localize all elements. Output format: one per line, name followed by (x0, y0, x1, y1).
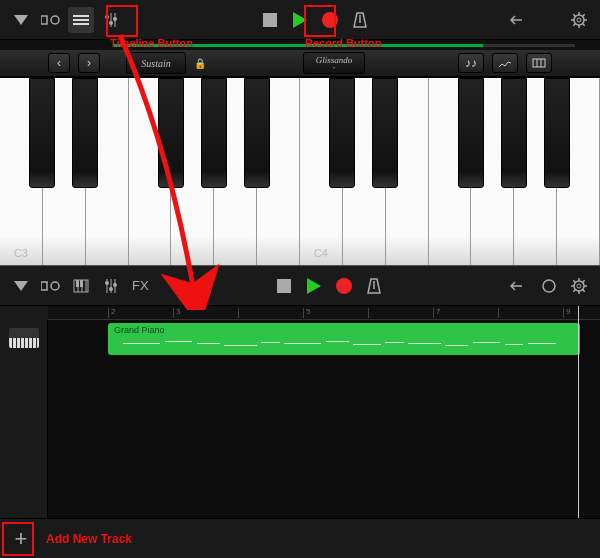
octave-down-button[interactable]: ‹ (48, 53, 70, 73)
metronome-icon[interactable] (361, 273, 387, 299)
undo-icon[interactable] (506, 273, 532, 299)
black-key[interactable] (458, 78, 484, 188)
undo-icon[interactable] (506, 7, 532, 33)
svg-rect-4 (73, 23, 89, 25)
bottom-bar: + Add New Track (0, 518, 600, 558)
black-key[interactable] (244, 78, 270, 188)
svg-rect-24 (76, 280, 79, 287)
svg-point-34 (543, 280, 555, 292)
svg-point-19 (51, 282, 59, 290)
black-key[interactable] (372, 78, 398, 188)
stop-button[interactable] (271, 273, 297, 299)
svg-point-30 (109, 287, 113, 291)
black-key[interactable] (72, 78, 98, 188)
svg-rect-0 (41, 16, 47, 24)
play-button[interactable] (287, 7, 313, 33)
black-key[interactable] (544, 78, 570, 188)
controls-icon[interactable] (98, 273, 124, 299)
svg-point-31 (113, 283, 117, 287)
controls-icon[interactable] (98, 7, 124, 33)
song-ruler[interactable] (0, 40, 600, 50)
svg-point-36 (577, 284, 581, 288)
svg-rect-11 (263, 13, 277, 27)
glissando-toggle[interactable]: Glissando• (303, 52, 365, 74)
black-key[interactable] (29, 78, 55, 188)
timeline-ruler[interactable]: 2 3 5 7 9 (48, 306, 600, 320)
top-toolbar (0, 0, 600, 40)
loop-icon[interactable] (536, 273, 562, 299)
fx-button[interactable]: FX (128, 278, 153, 293)
svg-rect-32 (277, 279, 291, 293)
svg-point-35 (574, 281, 584, 291)
svg-rect-2 (73, 15, 89, 17)
track-headers (0, 320, 48, 520)
svg-rect-3 (73, 19, 89, 21)
browser-icon[interactable] (38, 273, 64, 299)
browser-icon[interactable] (38, 7, 64, 33)
record-button[interactable] (317, 7, 343, 33)
metronome-icon[interactable] (347, 7, 373, 33)
timeline-button[interactable] (68, 7, 94, 33)
playhead[interactable] (578, 306, 579, 520)
svg-rect-18 (41, 282, 47, 290)
svg-point-29 (105, 281, 109, 285)
note-mode-icon[interactable]: ♪♪ (458, 53, 484, 73)
scale-icon[interactable] (492, 53, 518, 73)
keyboard-options: ‹ › Sustain 🔒 Glissando• ♪♪ (0, 50, 600, 78)
arpeggiator-icon[interactable] (526, 53, 552, 73)
piano-keyboard[interactable]: C3 C4 (0, 78, 600, 265)
svg-point-14 (577, 18, 581, 22)
record-button[interactable] (331, 273, 357, 299)
menu-dropdown-icon[interactable] (8, 7, 34, 33)
svg-point-1 (51, 16, 59, 24)
svg-point-8 (105, 15, 109, 19)
track-lanes[interactable]: Grand Piano (48, 320, 600, 520)
black-key[interactable] (201, 78, 227, 188)
instrument-icon[interactable] (68, 273, 94, 299)
add-track-button[interactable]: + (8, 526, 34, 552)
bottom-toolbar: FX (0, 266, 600, 306)
svg-point-33 (336, 278, 352, 294)
black-key[interactable] (158, 78, 184, 188)
black-key[interactable] (501, 78, 527, 188)
svg-point-9 (109, 21, 113, 25)
midi-region[interactable]: Grand Piano (108, 323, 580, 355)
settings-gear-icon[interactable] (566, 273, 592, 299)
svg-point-10 (113, 17, 117, 21)
settings-gear-icon[interactable] (566, 7, 592, 33)
sustain-toggle[interactable]: Sustain (126, 52, 186, 74)
keyboard-view: ‹ › Sustain 🔒 Glissando• ♪♪ C3 C4 (0, 0, 600, 265)
svg-point-13 (574, 15, 584, 25)
add-track-annotation: Add New Track (46, 532, 132, 546)
track-instrument-icon[interactable] (0, 320, 48, 356)
play-button[interactable] (301, 273, 327, 299)
menu-dropdown-icon[interactable] (8, 273, 34, 299)
octave-up-button[interactable]: › (78, 53, 100, 73)
tracks-view: FX 2 3 5 7 9 Grand Piano (0, 265, 600, 558)
tracks-area: Grand Piano (0, 320, 600, 520)
svg-point-12 (322, 12, 338, 28)
region-label: Grand Piano (108, 323, 580, 337)
stop-button[interactable] (257, 7, 283, 33)
svg-rect-25 (80, 280, 83, 287)
svg-rect-15 (533, 59, 545, 67)
black-key[interactable] (329, 78, 355, 188)
lock-icon: 🔒 (194, 58, 210, 69)
